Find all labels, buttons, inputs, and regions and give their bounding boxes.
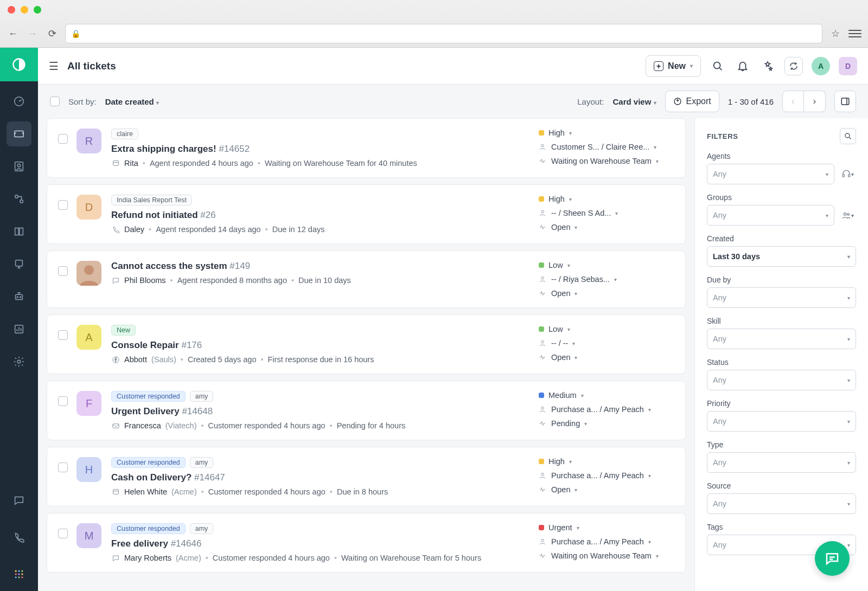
requester-name[interactable]: Mary Roberts [124,554,171,562]
search-icon[interactable] [710,58,726,74]
app-logo[interactable] [0,48,38,81]
chat-fab[interactable] [815,541,850,576]
status-dropdown[interactable]: Open ▾ [539,223,674,232]
filter-select-source[interactable]: Any▾ [707,493,856,514]
status-dropdown[interactable]: Waiting on Warehouse Team ▾ [539,551,674,560]
assignee-dropdown[interactable]: Purchase a... / Amy Peach ▾ [539,405,674,414]
sort-dropdown[interactable]: Date created ▾ [105,97,159,106]
export-button[interactable]: Export [665,91,719,112]
sidebar-reports[interactable] [7,317,31,342]
new-button[interactable]: + New ▾ [646,55,701,77]
pager-next[interactable]: › [804,91,826,112]
ticket-subject[interactable]: Extra shipping charges! #14652 [111,144,539,155]
sidebar-phone[interactable] [7,525,31,550]
svg-point-9 [17,297,18,298]
ticket-card[interactable]: D India Sales Report Test Refund not ini… [47,184,686,244]
requester-name[interactable]: Abbott [124,355,147,364]
requester-name[interactable]: Helen White [124,487,167,496]
status-dropdown[interactable]: Open ▾ [539,485,674,494]
sidebar-dashboard[interactable] [7,89,31,114]
filter-select-type[interactable]: Any▾ [707,452,856,473]
ticket-card[interactable]: H Customer respondedamy Cash on Delivery… [47,447,686,506]
ticket-checkbox[interactable] [58,330,68,340]
assignee-dropdown[interactable]: Purchase a... / Amy Peach ▾ [539,537,674,546]
priority-dropdown[interactable]: Low ▾ [539,261,674,269]
filter-select-status[interactable]: Any▾ [707,370,856,390]
ticket-subject[interactable]: Free delivery #14646 [111,538,539,549]
sidebar-tickets[interactable] [7,121,31,146]
sidebar-forums[interactable] [7,252,31,277]
ticket-subject[interactable]: Console Repair #176 [111,340,539,351]
priority-dropdown[interactable]: Low ▾ [539,325,674,333]
requester-name[interactable]: Phil Blooms [124,276,166,285]
bookmark-star-icon[interactable]: ☆ [829,27,842,40]
sidebar-bot[interactable] [7,284,31,309]
requester-name[interactable]: Daley [124,225,144,234]
ticket-checkbox[interactable] [58,396,68,406]
svg-point-12 [17,360,21,363]
priority-dropdown[interactable]: High ▾ [539,195,674,203]
priority-dropdown[interactable]: Urgent ▾ [539,523,674,532]
refresh-button[interactable] [784,57,803,75]
ticket-card[interactable]: Cannot access the system #149 Phil Bloom… [47,250,686,308]
status-dropdown[interactable]: Open ▾ [539,353,674,362]
status-dropdown[interactable]: Waiting on Warehouse Team ▾ [539,157,674,165]
panel-toggle-button[interactable] [834,91,856,112]
sidebar-freshchat[interactable] [7,488,31,513]
filter-select-due by[interactable]: Any▾ [707,287,856,308]
status-dropdown[interactable]: Pending ▾ [539,419,674,428]
filters-search-button[interactable] [840,128,856,144]
browser-menu-icon[interactable] [848,27,861,40]
sidebar-kb[interactable] [7,219,31,244]
notifications-icon[interactable] [735,58,751,74]
ticket-card[interactable]: R claire Extra shipping charges! #14652 … [47,118,686,178]
filter-select-created[interactable]: Last 30 days▾ [707,246,856,267]
assignee-dropdown[interactable]: -- / -- ▾ [539,339,674,348]
ticket-subject[interactable]: Refund not initiated #26 [111,210,539,221]
ticket-checkbox[interactable] [58,266,68,276]
menu-toggle-icon[interactable]: ☰ [49,60,59,73]
sidebar-settings[interactable] [7,349,31,374]
assignee-dropdown[interactable]: Customer S... / Claire Ree... ▾ [539,143,674,151]
ticket-card[interactable]: M Customer respondedamy Free delivery #1… [47,513,686,573]
user-avatar-2[interactable]: D [839,57,857,75]
window-minimize[interactable] [21,6,28,14]
ticket-checkbox[interactable] [58,529,68,538]
window-close[interactable] [8,6,15,14]
filter-people-icon[interactable]: ▾ [839,207,856,224]
ticket-subject[interactable]: Cannot access the system #149 [111,261,539,272]
ticket-subject[interactable]: Cash on Delivery? #14647 [111,472,539,483]
user-avatar-1[interactable]: A [812,57,830,75]
ticket-checkbox[interactable] [58,134,68,144]
filter-select-groups[interactable]: Any▾ [707,205,834,226]
browser-reload-icon[interactable]: ⟳ [46,27,59,40]
ticket-checkbox[interactable] [58,462,68,472]
priority-dropdown[interactable]: High ▾ [539,129,674,137]
freddy-ai-icon[interactable] [760,58,776,74]
sidebar-apps[interactable] [7,562,31,587]
assignee-dropdown[interactable]: -- / Sheen S Ad... ▾ [539,209,674,217]
select-all-checkbox[interactable] [50,97,60,106]
filter-select-agents[interactable]: Any▾ [707,164,834,184]
layout-dropdown[interactable]: Card view ▾ [612,97,656,106]
window-zoom[interactable] [34,6,41,14]
browser-back-icon[interactable]: ← [7,27,20,40]
priority-dropdown[interactable]: High ▾ [539,457,674,466]
sidebar-automation[interactable] [7,187,31,211]
ticket-subject[interactable]: Urgent Delivery #14648 [111,406,539,417]
filter-headset-icon[interactable]: ▾ [839,165,856,183]
svg-point-27 [541,210,544,213]
assignee-dropdown[interactable]: -- / Riya Sebas... ▾ [539,275,674,284]
url-bar[interactable]: 🔒 [65,24,822,43]
requester-name[interactable]: Rita [124,159,138,168]
priority-dropdown[interactable]: Medium ▾ [539,391,674,400]
sidebar-contacts[interactable] [7,154,31,179]
status-dropdown[interactable]: Open ▾ [539,289,674,298]
ticket-checkbox[interactable] [58,200,68,210]
ticket-card[interactable]: A New Console Repair #176 Abbott (Sauls)… [47,314,686,374]
requester-name[interactable]: Francesca [124,421,161,430]
assignee-dropdown[interactable]: Purchase a... / Amy Peach ▾ [539,471,674,480]
filter-select-skill[interactable]: Any▾ [707,329,856,349]
filter-select-priority[interactable]: Any▾ [707,411,856,432]
ticket-card[interactable]: F Customer respondedamy Urgent Delivery … [47,381,686,440]
